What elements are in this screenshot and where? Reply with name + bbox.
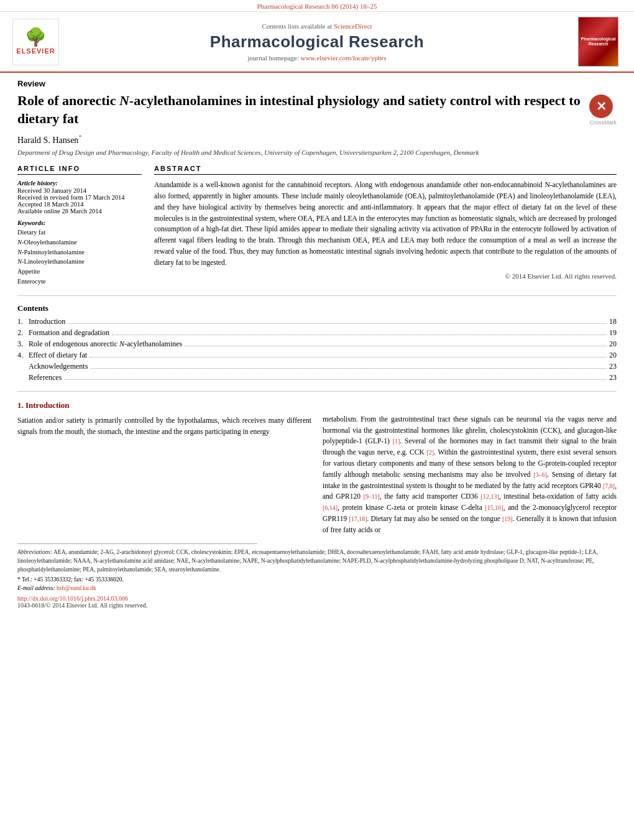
accepted: Accepted 18 March 2014 [17,201,142,208]
crossmark-label: CrossMark [589,119,617,126]
doi-line: http://dx.doi.org/10.1016/j.phrs.2014.03… [17,595,617,602]
article-info-abstract-section: Article Info Article history: Received 3… [17,165,617,287]
keyword-4: N-Linoleoylethanolamine [17,257,142,267]
article-info-header: Article Info [17,165,142,175]
contents-label-5: Acknowledgements [29,362,88,371]
contents-page-6: 23 [609,373,617,382]
contents-item-5: Acknowledgements 23 [17,362,617,371]
journal-citation-bar: Pharmacological Research 86 (2014) 18–25 [0,0,634,12]
elsevier-logo: 🌳 ELSEVIER [12,19,62,65]
journal-center: Contents lists available at ScienceDirec… [62,22,572,62]
abbrev-label: Abbreviations: [17,549,52,555]
keyword-6: Enterocyte [17,277,142,287]
email-label: E-mail address: [17,585,55,591]
keywords-label: Keywords: [17,219,142,226]
article-info-section: Article Info Article history: Received 3… [17,165,142,287]
article-title-italic: N [119,93,129,108]
abstract-copyright: © 2014 Elsevier Ltd. All rights reserved… [154,272,617,280]
journal-citation: Pharmacological Research 86 (2014) 18–25 [257,2,377,10]
keyword-1: Dietary fat [17,228,142,238]
divider-1 [17,295,617,296]
article-type: Review [17,79,617,88]
contents-dots-4 [90,357,607,358]
email-link[interactable]: hsh@sund.ku.dk [57,585,96,591]
article-history: Article history: Received 30 January 201… [17,180,142,215]
contents-num-1: 1. [17,317,29,326]
keywords-section: Keywords: Dietary fat N-Oleoylethanolami… [17,219,142,287]
contents-dots-3 [185,346,607,346]
main-content: Review Role of anorectic N-acylethanolam… [0,73,634,615]
crossmark-badge: ✕ CrossMark [589,95,617,126]
contents-title: Contents [17,303,617,313]
abstract-text: Anandamide is a well-known agonist for t… [154,180,617,269]
contents-dots-6 [64,379,607,380]
received1: Received 30 January 2014 [17,187,142,194]
footnote-divider [17,543,257,544]
contents-section: Contents 1. Introduction 18 2. Formation… [17,303,617,382]
body-right-spacer [323,399,617,414]
abstract-section: Abstract Anandamide is a well-known agon… [154,165,617,287]
journal-cover-image: Pharmacological Research [578,17,618,67]
journal-header: 🌳 ELSEVIER Contents lists available at S… [0,12,634,73]
contents-page-3: 20 [609,339,617,349]
intro-title: Introduction [25,400,70,410]
contents-label-4: Effect of dietary fat [29,351,87,360]
contact-star: * Tel.: +45 353363332; fax: +45 35333602… [17,576,124,583]
contents-dots-1 [68,323,607,324]
journal-homepage-link[interactable]: www.elsevier.com/locate/yphrs [300,54,386,62]
footnote-abbreviations: Abbreviations: AEA, anandamide; 2-AG, 2-… [17,548,617,575]
contents-available-line: Contents lists available at ScienceDirec… [62,22,572,30]
contents-num-4: 4. [17,351,29,360]
abbrev-text: AEA, anandamide; 2-AG, 2-arachidonoyl gl… [17,549,598,573]
doi-link[interactable]: http://dx.doi.org/10.1016/j.phrs.2014.03… [17,595,128,602]
keyword-5: Appetite [17,267,142,277]
intro-right-text: metabolism. From the gastrointestinal tr… [323,414,617,536]
contents-page-5: 23 [609,362,617,371]
revised: Received in revised form 17 March 2014 [17,194,142,201]
body-section: 1. Introduction Satiation and/or satiety… [17,399,617,536]
author-name: Harald S. Hansen [17,136,78,145]
journal-homepage-line: journal homepage: www.elsevier.com/locat… [62,54,572,62]
contents-page-1: 18 [609,317,617,326]
body-right-col: metabolism. From the gastrointestinal tr… [323,399,617,536]
keyword-2: N-Oleoylethanolamine [17,238,142,247]
affiliation: Department of Drug Design and Pharmacolo… [17,148,617,157]
intro-section-title: 1. Introduction [17,399,311,412]
contents-label-1: Introduction [29,317,65,326]
article-title: Role of anorectic N-acylethanolamines in… [17,92,582,127]
contents-item-2: 2. Formation and degradation 19 [17,328,617,338]
contents-item-6: References 23 [17,373,617,382]
contents-item-4: 4. Effect of dietary fat 20 [17,351,617,360]
contents-label-2: Formation and degradation [29,328,109,338]
abstract-header: Abstract [154,165,617,175]
elsevier-tree-icon: 🌳 [25,29,47,46]
intro-num: 1. [17,400,24,410]
keyword-3: N-Palmitoylethanolamine [17,247,142,257]
contents-num-2: 2. [17,328,29,338]
issn-line: 1043-6618/© 2014 Elsevier Ltd. All right… [17,602,617,609]
contents-page-4: 20 [609,351,617,360]
available: Available online 28 March 2014 [17,208,142,215]
history-label: Article history: [17,180,142,187]
article-title-part1: Role of anorectic [17,93,119,108]
contact-info: * Tel.: +45 353363332; fax: +45 35333602… [17,576,617,583]
journal-thumbnail: Pharmacological Research [578,17,622,67]
contents-label-3: Role of endogenous anorectic N-acylethan… [29,339,182,349]
contents-item-3: 3. Role of endogenous anorectic N-acylet… [17,339,617,349]
contents-dots-2 [112,335,607,335]
email-info: E-mail address: hsh@sund.ku.dk [17,585,617,591]
contents-dots-5 [90,368,607,369]
contents-label-6: References [29,373,62,382]
author-line: Harald S. Hansen* [17,134,617,145]
author-sup: * [78,134,81,141]
body-left-col: 1. Introduction Satiation and/or satiety… [17,399,311,536]
divider-2 [17,391,617,392]
article-title-row: Role of anorectic N-acylethanolamines in… [17,92,617,127]
contents-item-1: 1. Introduction 18 [17,317,617,326]
intro-left-text: Satiation and/or satiety is primarily co… [17,415,311,438]
contents-num-3: 3. [17,339,29,349]
elsevier-name: ELSEVIER [16,47,55,55]
sciencedirect-link[interactable]: ScienceDirect [334,22,372,30]
journal-title: Pharmacological Research [62,32,572,52]
contents-page-2: 19 [609,328,617,338]
